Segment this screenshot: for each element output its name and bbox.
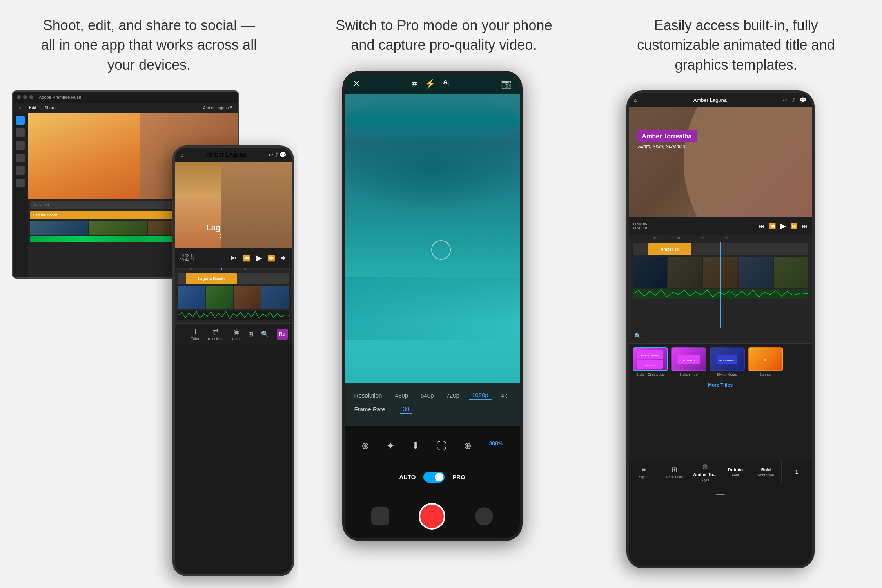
font-label: Font (732, 473, 739, 477)
ai-icon[interactable]: AI (443, 79, 449, 89)
timeline-scrubber: :19 :20 :21 (175, 268, 292, 270)
panel-2: Switch to Pro mode on your phone and cap… (298, 0, 590, 588)
grid-icon[interactable]: # (412, 79, 417, 89)
camera-download-icon[interactable]: ⬇ (412, 440, 419, 451)
titles-bottom-nav: — (629, 483, 812, 505)
camera-record-btn[interactable] (419, 503, 445, 530)
comment-icon[interactable]: 💬 (279, 152, 286, 158)
toolbar-home-icon[interactable]: ⌂ (18, 105, 21, 110)
skip-forward-icon[interactable]: ⏭ (281, 254, 287, 261)
font-value: Roboto (728, 467, 743, 472)
camera-top-bar: ✕ # ⚡ AI 📷 (345, 74, 520, 94)
titles-playhead (720, 242, 721, 328)
titles-vid-4 (739, 257, 773, 288)
desktop-dot-2 (23, 95, 27, 99)
color-icon: ◉ (233, 327, 240, 336)
camera-zoom-level: 300% (489, 440, 503, 451)
bottom-transitions[interactable]: ⇄ Transitions (207, 327, 225, 341)
sidebar-icon-1 (16, 128, 25, 137)
mode-toggle[interactable] (423, 472, 445, 483)
titles-vid-2 (668, 257, 702, 288)
rewind-icon[interactable]: ⏪ (243, 254, 250, 262)
resolution-row: Resolution 480p 540p 720p 1080p 4k (354, 391, 510, 400)
sidebar-add-icon[interactable] (16, 116, 25, 125)
bottom-windows[interactable]: ⊞ (248, 330, 253, 338)
color-label: Color (232, 337, 241, 341)
titles-ff-icon[interactable]: ⏩ (791, 223, 797, 229)
more-titles-tool-label: More Titles (666, 475, 683, 479)
desktop-app-title: Adobe Premiere Rush (39, 95, 81, 100)
titles-skip-back-icon[interactable]: ⏮ (759, 223, 764, 229)
amber-to-clip[interactable]: Amber To (648, 243, 691, 255)
tool-more-titles[interactable]: ⊞ More Titles (659, 461, 690, 483)
titles-comment-icon[interactable]: 💬 (800, 97, 806, 103)
titles-bottom-tools: ≡ Styles ⊞ More Titles ⊕ Amber To... Lay… (629, 461, 812, 504)
panel-2-heading: Switch to Pro mode on your phone and cap… (330, 16, 558, 55)
res-720p[interactable]: 720p (443, 391, 463, 400)
wave-texture-3 (345, 277, 520, 340)
skip-back-icon[interactable]: ⏮ (231, 254, 237, 261)
tool-size[interactable]: 1 (782, 461, 812, 483)
panel-1-content: Adobe Premiere Rush ⌂ Edit Share Amber L… (12, 90, 286, 561)
sidebar-icon-4 (16, 166, 25, 175)
camera-effect-1-icon[interactable]: ⊛ (361, 440, 369, 451)
wave-texture-2 (342, 136, 523, 215)
flash-icon[interactable]: ⚡ (425, 79, 436, 89)
toolbar-share[interactable]: Share (44, 105, 56, 110)
camera-effect-2-icon[interactable]: ✦ (387, 440, 394, 451)
toolbar-edit[interactable]: Edit (29, 105, 36, 110)
camera-fullscreen-icon[interactable]: ⛶ (437, 440, 446, 451)
res-480p[interactable]: 480p (392, 391, 411, 400)
camera-zoom-icon[interactable]: ⊕ (464, 440, 472, 451)
titles-undo-icon[interactable]: ↩ (783, 97, 788, 103)
timeline-laguna-clip[interactable]: Laguna Beach (30, 211, 194, 219)
res-540p[interactable]: 540p (417, 391, 437, 400)
ruler-mark-10: :10 (700, 237, 704, 241)
phone-titles: ⌂ Amber Laguna ↩ ⤴ 💬 Amber Torrealba Ska… (626, 90, 815, 568)
rush-logo-text: Ru (279, 331, 285, 337)
vid-thumb-2 (206, 286, 233, 309)
tool-font-style[interactable]: Bold Font Style (751, 461, 782, 483)
res-1080p[interactable]: 1080p (469, 391, 492, 400)
title-thumb-crisscross[interactable]: YOUR CHANNEL SUBSCRIBE Stylish Crisscros… (633, 347, 668, 376)
titles-thumbnails: YOUR CHANNEL SUBSCRIBE Stylish Crisscros… (629, 344, 812, 380)
title-thumb-outro[interactable]: YOUR CHANNEL Stylish Outro (710, 347, 745, 376)
close-icon[interactable]: ✕ (353, 79, 360, 89)
play-icon[interactable]: ▶ (256, 253, 262, 262)
titles-play-icon[interactable]: ▶ (780, 222, 786, 230)
tool-font[interactable]: Roboto Font (720, 461, 751, 483)
laguna-beach-clip[interactable]: Laguna Beach (186, 273, 237, 284)
outro-label: Stylish Outro (717, 373, 737, 376)
tool-layer[interactable]: ⊕ Amber To... Layer (690, 461, 720, 483)
bottom-color[interactable]: ◉ Color (232, 327, 241, 341)
title-thumb-sunrise[interactable]: ☀ Sunrise (748, 347, 783, 376)
camera-gallery-btn[interactable] (371, 507, 389, 525)
sidebar-icon-3 (16, 154, 25, 162)
titles-search-icon[interactable]: 🔍 (634, 333, 641, 339)
crisscross-label: Stylish Crisscross (636, 373, 664, 376)
titles-share-icon[interactable]: ⤴ (792, 97, 795, 103)
bottom-search[interactable]: 🔍 (261, 330, 269, 338)
more-titles-btn[interactable]: More Titles (708, 382, 733, 388)
titles-skip-fwd-icon[interactable]: ⏭ (802, 223, 808, 229)
panel-3: Easily access built-in, fully customizab… (590, 0, 882, 588)
titles-home-icon: ⌂ (634, 97, 637, 103)
tool-styles[interactable]: ≡ Styles (629, 461, 659, 483)
plus-icon[interactable]: ＋ (179, 331, 183, 337)
titles-rewind-icon[interactable]: ⏪ (769, 223, 776, 229)
fps-30[interactable]: 30 (400, 405, 413, 414)
share-icon[interactable]: ⤴ (275, 152, 278, 158)
video-clips-row (178, 286, 289, 309)
phone-nav-icons-1: ↩ ⤴ 💬 (269, 151, 286, 158)
fast-forward-icon[interactable]: ⏩ (267, 254, 275, 262)
phone-title-1: Amber Laguna (205, 151, 247, 158)
undo-icon[interactable]: ↩ (269, 152, 273, 158)
camera-extra-btn[interactable] (475, 507, 493, 525)
titles-label: Titles (191, 337, 200, 340)
title-thumb-intro[interactable]: STYLISH INTRO Stylish Intro (671, 347, 706, 376)
phone-nav-bar-1: ⌂ Amber Laguna ↩ ⤴ 💬 (175, 148, 292, 162)
flip-camera-icon[interactable]: 📷 (501, 79, 512, 89)
bottom-titles[interactable]: T Titles (191, 327, 200, 340)
res-4k[interactable]: 4k (498, 391, 510, 400)
ruler-mark-12: :12 (724, 237, 728, 241)
